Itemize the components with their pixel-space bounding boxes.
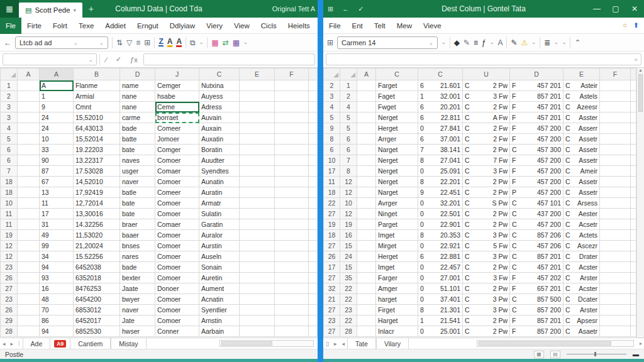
cell[interactable] — [18, 262, 40, 273]
cell[interactable]: C2 Fw — [463, 134, 510, 145]
cell[interactable] — [18, 251, 40, 262]
cell[interactable] — [18, 134, 40, 145]
cell[interactable]: Inlacr — [376, 326, 418, 337]
cell[interactable] — [240, 102, 275, 112]
swap-columns-icon[interactable]: ⇄ — [223, 38, 229, 47]
cell[interactable] — [240, 326, 275, 337]
cell[interactable] — [18, 145, 40, 155]
cell[interactable]: CAsster — [564, 112, 600, 123]
cell[interactable]: 027.001 — [418, 273, 463, 283]
cell[interactable] — [309, 283, 318, 294]
cell[interactable]: Comoer — [155, 273, 199, 283]
cell[interactable]: C2 Pw — [463, 219, 510, 230]
row-header[interactable]: 4 — [324, 102, 340, 112]
cell[interactable]: F857 201 — [510, 91, 564, 102]
cell[interactable] — [600, 187, 631, 198]
cell[interactable] — [357, 102, 376, 112]
align-lines-icon[interactable]: ≡ — [474, 38, 478, 47]
row-header[interactable]: 18 — [1, 187, 18, 198]
cell[interactable]: F457 201 — [510, 80, 564, 91]
cell[interactable] — [309, 80, 318, 91]
row-header[interactable]: 21 — [324, 294, 340, 305]
cell[interactable] — [240, 273, 275, 283]
cell[interactable] — [275, 219, 309, 230]
cell[interactable]: 14.32256 — [74, 219, 120, 230]
cell[interactable]: Aarbain — [199, 326, 240, 337]
cell[interactable]: Narget — [376, 145, 418, 155]
cell[interactable] — [309, 91, 318, 102]
cell[interactable]: 13,30016 — [74, 209, 120, 219]
row-header[interactable]: 23 — [1, 294, 18, 305]
menu-item[interactable]: Viery — [201, 22, 228, 30]
cell[interactable] — [600, 219, 631, 230]
cell[interactable] — [275, 134, 309, 145]
chevron-down-icon[interactable]: ⌄ — [88, 57, 93, 63]
cell[interactable] — [240, 198, 275, 209]
row-header[interactable]: 18 — [324, 187, 340, 198]
cell[interactable] — [631, 315, 636, 326]
select-all-corner[interactable]: ◢ — [340, 69, 357, 80]
cell[interactable]: 6452017 — [74, 315, 120, 326]
cell[interactable]: 821.301 — [418, 305, 463, 315]
row-header[interactable]: 17 — [324, 166, 340, 177]
cell[interactable]: 032.201 — [418, 198, 463, 209]
chevron-down-icon[interactable]: ⌄ — [562, 40, 567, 45]
share-icon[interactable]: ⬆ — [633, 21, 639, 30]
column-header[interactable]: D — [120, 69, 155, 80]
menu-item[interactable]: Folrt — [47, 22, 73, 30]
cell[interactable]: 025.001 — [418, 326, 463, 337]
cell[interactable] — [309, 273, 318, 283]
row-header[interactable]: 22 — [324, 198, 340, 209]
column-header[interactable] — [309, 69, 318, 80]
cell[interactable] — [600, 305, 631, 315]
cell[interactable]: Armial — [74, 91, 120, 102]
row-header[interactable]: 6 — [1, 155, 18, 166]
cell[interactable] — [600, 166, 631, 177]
cell[interactable] — [309, 145, 318, 155]
sheet-nav-right-icon[interactable]: ▸ — [8, 341, 16, 347]
row-header[interactable]: 23 — [1, 262, 18, 273]
cell[interactable]: Acnatin — [199, 294, 240, 305]
cell[interactable]: Syendtes — [199, 166, 240, 177]
cell[interactable] — [18, 155, 40, 166]
cell[interactable] — [357, 177, 376, 187]
cell[interactable] — [275, 294, 309, 305]
cell[interactable]: 820.353 — [418, 230, 463, 241]
row-header[interactable]: 10 — [1, 198, 18, 209]
cell[interactable] — [600, 91, 631, 102]
cell[interactable] — [631, 209, 636, 219]
sheet-tab-vilary[interactable]: Vilary — [376, 338, 409, 349]
column-header[interactable]: B — [74, 69, 120, 80]
chevron-down-icon[interactable]: ⌄ — [490, 40, 494, 45]
cell[interactable] — [240, 187, 275, 198]
cell[interactable]: CAsteir — [564, 80, 600, 91]
cell[interactable]: Sonain — [199, 262, 240, 273]
format-painter-icon[interactable]: ✎ — [464, 38, 470, 47]
cell[interactable]: C3 Fw — [463, 91, 510, 102]
menu-item[interactable]: Vieve — [418, 22, 447, 30]
cell[interactable]: bade — [120, 262, 155, 273]
menu-item[interactable]: Ent — [347, 22, 369, 30]
horizontal-scrollbar[interactable] — [219, 340, 314, 347]
cell[interactable]: 025.091 — [418, 166, 463, 177]
row-header[interactable]: 7 — [340, 155, 357, 166]
cell[interactable]: Auyess — [199, 91, 240, 102]
cell[interactable] — [600, 294, 631, 305]
cell[interactable]: CDcater — [564, 294, 600, 305]
cell[interactable] — [18, 102, 40, 112]
collapse-ribbon-icon[interactable]: ⌃ — [574, 38, 580, 47]
menu-item[interactable]: Mew — [391, 22, 418, 30]
cell[interactable] — [309, 155, 318, 166]
cell[interactable] — [18, 80, 40, 91]
cell[interactable]: Farget — [376, 80, 418, 91]
cell[interactable]: 6352018 — [74, 273, 120, 283]
cell[interactable] — [631, 283, 636, 294]
cell[interactable]: bate — [120, 145, 155, 155]
cell[interactable] — [275, 166, 309, 177]
cell[interactable]: Aunatin — [199, 177, 240, 187]
cell[interactable]: C3 Pw — [463, 305, 510, 315]
cell[interactable]: bate — [120, 209, 155, 219]
cell[interactable]: 132.001 — [418, 91, 463, 102]
marching-ants-cell[interactable]: borraet — [155, 112, 199, 123]
cell[interactable]: CArsess — [564, 198, 600, 209]
